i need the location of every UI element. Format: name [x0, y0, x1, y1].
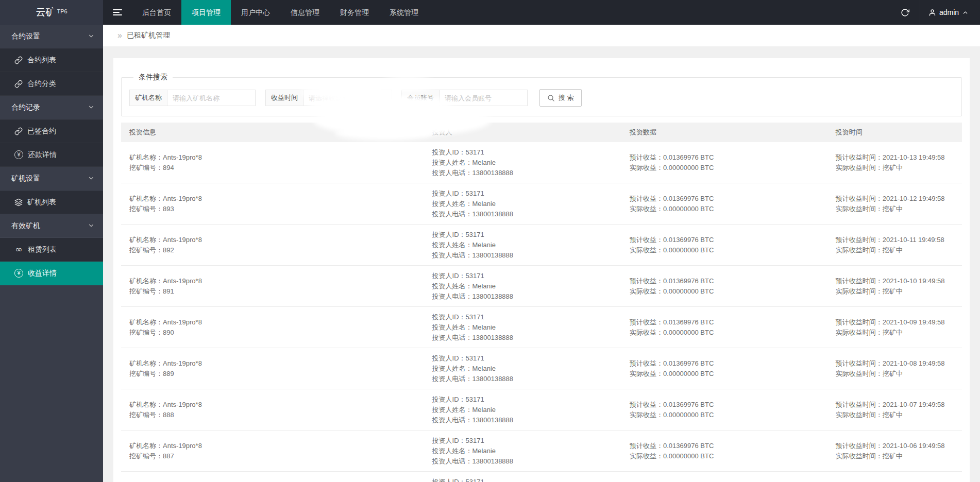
breadcrumb-arrow-icon: »: [117, 31, 122, 40]
cell-line: 实际收益：0.00000000 BTC: [630, 245, 827, 255]
search-group-member-account: 会员账号: [401, 90, 528, 106]
income-time-input[interactable]: [303, 90, 392, 106]
search-button-label: 搜 索: [559, 93, 574, 102]
table-cell-data: 预计收益：0.01369976 BTC实际收益：0.00000000 BTC: [621, 142, 827, 183]
cell-line: 预计收益：0.01369976 BTC: [630, 441, 827, 451]
cell-line: 投资人电话：13800138888: [432, 415, 622, 425]
chevron-up-icon: [962, 9, 969, 16]
sidebar-group-7[interactable]: 矿机设置: [0, 167, 103, 191]
table-row: 矿机名称：Ants-19pro*8挖矿编号：894投资人ID：53171投资人姓…: [121, 142, 962, 183]
cell-line: 投资人姓名：Melanie: [432, 240, 622, 250]
user-menu[interactable]: admin: [920, 0, 980, 25]
table-row: 矿机名称：Ants-19pro*8挖矿编号：887投资人ID：53171投资人姓…: [121, 431, 962, 472]
cell-line: 挖矿编号：892: [129, 245, 424, 255]
table-cell-investor: 投资人ID：53171: [424, 472, 622, 482]
table-cell-time: 预计收益时间：2021-10-10 19:49:58实际收益时间：挖矿中: [827, 266, 962, 306]
cell-line: 预计收益时间：2021-10-12 19:49:58: [836, 194, 962, 204]
cell-line: 预计收益时间：2021-10-06 19:49:58: [836, 441, 962, 451]
table-cell-time: 预计收益时间：2021-10-07 19:49:58实际收益时间：挖矿中: [827, 389, 962, 430]
sidebar-group-1[interactable]: 合约设置: [0, 25, 103, 48]
cell-line: 投资人电话：13800138888: [432, 374, 622, 384]
topnav-tab-6[interactable]: 系统管理: [379, 0, 429, 25]
sidebar-label: 合约列表: [27, 56, 56, 65]
cell-line: 实际收益时间：挖矿中: [836, 328, 962, 338]
table-header: 投资信息 投资人 投资数据 投资时间: [121, 123, 962, 142]
cell-line: 挖矿编号：888: [129, 410, 424, 420]
table-cell-investor: 投资人ID：53171投资人姓名：Melanie投资人电话：1380013888…: [424, 266, 622, 306]
cell-line: 投资人ID：53171: [432, 147, 622, 158]
cell-line: 挖矿编号：894: [129, 163, 424, 173]
table-cell-time: 预计收益时间：2021-10-09 19:49:58实际收益时间：挖矿中: [827, 307, 962, 348]
table-cell-investor: 投资人ID：53171投资人姓名：Melanie投资人电话：1380013888…: [424, 431, 622, 471]
cell-line: 实际收益：0.00000000 BTC: [630, 328, 827, 338]
rmb-icon: ¥: [14, 269, 23, 278]
cell-line: 矿机名称：Ants-19pro*8: [129, 276, 424, 286]
cell-line: 预计收益时间：2021-10-13 19:49:58: [836, 152, 962, 163]
sidebar-group-9[interactable]: 有效矿机: [0, 214, 103, 238]
table-row: 矿机名称：Ants-19pro*8挖矿编号：891投资人ID：53171投资人姓…: [121, 266, 962, 307]
table-cell-info: 矿机名称：Ants-19pro*8挖矿编号：892: [121, 225, 424, 265]
cell-line: 投资人姓名：Melanie: [432, 158, 622, 168]
machine-name-input[interactable]: [167, 90, 256, 106]
sidebar-item-8[interactable]: 矿机列表: [0, 191, 103, 214]
sidebar-item-11[interactable]: ¥收益详情: [0, 262, 103, 285]
sidebar-item-10[interactable]: ∞租赁列表: [0, 238, 103, 262]
cell-line: 挖矿编号：891: [129, 286, 424, 297]
sidebar-group-4[interactable]: 合约记录: [0, 96, 103, 119]
col-invest-data: 投资数据: [621, 128, 827, 137]
table-cell-data: 预计收益：0.01369976 BTC实际收益：0.00000000 BTC: [621, 225, 827, 265]
table-cell-info: 矿机名称：Ants-19pro*8: [121, 472, 424, 482]
table-cell-data: 预计收益：0.01369976 BTC实际收益：0.00000000 BTC: [621, 307, 827, 348]
menu-toggle-icon[interactable]: [103, 0, 132, 25]
rmb-icon: ¥: [14, 150, 23, 159]
topnav-tab-1[interactable]: 后台首页: [132, 0, 181, 25]
table-cell-info: 矿机名称：Ants-19pro*8挖矿编号：889: [121, 348, 424, 389]
cell-line: 实际收益时间：挖矿中: [836, 163, 962, 173]
table-body: 矿机名称：Ants-19pro*8挖矿编号：894投资人ID：53171投资人姓…: [121, 142, 962, 482]
cell-line: 实际收益：0.00000000 BTC: [630, 369, 827, 379]
cell-line: 投资人姓名：Melanie: [432, 281, 622, 291]
app-root: 云矿TP6 后台首页项目管理用户中心信息管理财务管理系统管理 admin 合约设…: [0, 0, 980, 482]
cell-line: 预计收益时间：2021-10-08 19:49:58: [836, 358, 962, 369]
sidebar: 合约设置合约列表合约分类合约记录已签合约¥还款详情矿机设置矿机列表有效矿机∞租赁…: [0, 25, 103, 482]
cell-line: 实际收益时间：挖矿中: [836, 369, 962, 379]
cell-line: 实际收益：0.00000000 BTC: [630, 204, 827, 214]
chevron-down-icon: [88, 104, 95, 112]
sidebar-item-6[interactable]: ¥还款详情: [0, 143, 103, 167]
refresh-icon[interactable]: [890, 0, 920, 25]
table-cell-info: 矿机名称：Ants-19pro*8挖矿编号：893: [121, 183, 424, 224]
table-cell-time: 预计收益时间：2021-10-08 19:49:58实际收益时间：挖矿中: [827, 348, 962, 389]
topnav-tab-2[interactable]: 项目管理: [181, 0, 231, 25]
sidebar-item-2[interactable]: 合约列表: [0, 48, 103, 72]
cell-line: 投资人电话：13800138888: [432, 291, 622, 302]
breadcrumb: » 已租矿机管理: [103, 25, 980, 46]
table-cell-investor: 投资人ID：53171投资人姓名：Melanie投资人电话：1380013888…: [424, 225, 622, 265]
topnav-tab-4[interactable]: 信息管理: [280, 0, 330, 25]
sidebar-label: 有效矿机: [11, 221, 40, 231]
table-cell-time: 预计收益时间：2021-10-11 19:49:58实际收益时间：挖矿中: [827, 225, 962, 265]
table-cell-time: 预计收益时间：2021-10-05 19:49:58: [827, 472, 962, 482]
col-investor: 投资人: [424, 128, 622, 137]
cell-line: 投资人电话：13800138888: [432, 168, 622, 178]
search-icon: [547, 94, 555, 102]
cell-line: 投资人ID：53171: [432, 477, 622, 482]
sidebar-item-3[interactable]: 合约分类: [0, 72, 103, 96]
table-cell-info: 矿机名称：Ants-19pro*8挖矿编号：890: [121, 307, 424, 348]
sidebar-label: 合约记录: [11, 103, 40, 112]
table-row: 矿机名称：Ants-19pro*8挖矿编号：888投资人ID：53171投资人姓…: [121, 389, 962, 431]
cell-line: 矿机名称：Ants-19pro*8: [129, 152, 424, 163]
member-account-input[interactable]: [439, 90, 528, 106]
topnav-tab-3[interactable]: 用户中心: [231, 0, 280, 25]
table-cell-data: 预计收益：0.01369976 BTC实际收益：0.00000000 BTC: [621, 431, 827, 471]
sidebar-item-5[interactable]: 已签合约: [0, 119, 103, 143]
cell-line: 挖矿编号：889: [129, 369, 424, 379]
cell-line: 投资人电话：13800138888: [432, 209, 622, 219]
link-icon: [14, 80, 23, 88]
search-button[interactable]: 搜 索: [539, 89, 582, 107]
table-cell-investor: 投资人ID：53171投资人姓名：Melanie投资人电话：1380013888…: [424, 389, 622, 430]
topnav-tab-5[interactable]: 财务管理: [330, 0, 379, 25]
topbar: 云矿TP6 后台首页项目管理用户中心信息管理财务管理系统管理 admin: [0, 0, 980, 25]
cell-line: 投资人ID：53171: [432, 230, 622, 240]
layers-icon: [14, 198, 23, 206]
table-cell-info: 矿机名称：Ants-19pro*8挖矿编号：891: [121, 266, 424, 306]
